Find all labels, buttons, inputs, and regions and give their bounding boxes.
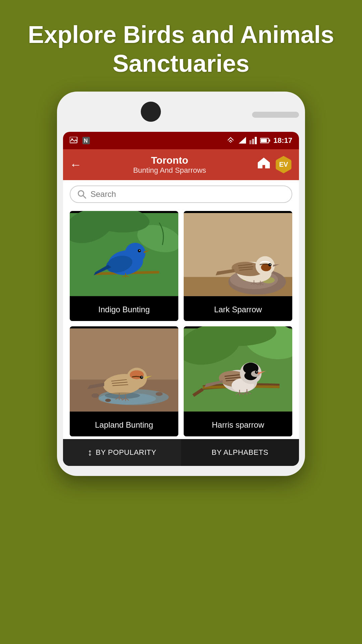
status-right-icons: 18:17 — [226, 136, 292, 145]
page-title: Explore Birds and Animals Sanctuaries — [13, 20, 349, 78]
bird-image-harris-sparrow — [184, 326, 292, 414]
bird-name-indigo-bunting: Indigo Bunting — [70, 298, 178, 321]
search-bar — [63, 180, 299, 208]
bottom-tabs: ↕ BY POPULARITY BY ALPHABETS — [63, 439, 299, 466]
phone-screen: N — [63, 132, 299, 466]
app-bar-icons: EV — [257, 156, 292, 173]
category-name: Bunting And Sparrows — [82, 166, 257, 175]
svg-rect-7 — [255, 137, 257, 144]
tab-popularity[interactable]: ↕ BY POPULARITY — [63, 439, 181, 466]
home-icon — [257, 157, 270, 169]
svg-point-36 — [270, 264, 271, 265]
bird-name-harris-sparrow: Harris sparrow — [184, 414, 292, 436]
svg-point-41 — [92, 393, 99, 397]
signal2-icon — [249, 137, 257, 144]
svg-point-62 — [256, 371, 257, 372]
battery-icon — [260, 138, 270, 144]
bird-card-lapland-bunting[interactable]: Lapland Bunting — [70, 326, 178, 436]
bird-card-indigo-bunting[interactable]: Indigo Bunting — [70, 211, 178, 321]
svg-rect-5 — [249, 140, 251, 144]
bird-card-harris-sparrow[interactable]: Harris sparrow — [184, 326, 292, 436]
alphabets-label: BY ALPHABETS — [212, 448, 268, 457]
bird-name-lark-sparrow: Lark Sparrow — [184, 298, 292, 321]
notification-icon: N — [82, 137, 90, 144]
svg-marker-4 — [239, 137, 246, 144]
bird-card-lark-sparrow[interactable]: Lark Sparrow — [184, 211, 292, 321]
bird-grid: Indigo Bunting — [63, 208, 299, 439]
svg-point-42 — [105, 399, 111, 402]
status-left-icons: N — [70, 137, 90, 144]
sort-icon: ↕ — [88, 447, 93, 458]
phone-camera — [141, 102, 161, 122]
svg-point-48 — [141, 376, 142, 377]
svg-rect-10 — [261, 139, 267, 142]
back-button[interactable]: ← — [70, 158, 82, 172]
search-icon — [77, 190, 86, 199]
home-button[interactable] — [257, 157, 270, 172]
tab-alphabets[interactable]: BY ALPHABETS — [181, 439, 299, 466]
bird-image-lapland-bunting — [70, 326, 178, 414]
svg-rect-9 — [269, 140, 270, 142]
bird-image-lark-sparrow — [184, 211, 292, 298]
app-bar: ← Toronto Bunting And Sparrows EV — [63, 149, 299, 180]
svg-rect-6 — [252, 139, 254, 144]
signal-icon — [239, 137, 246, 144]
ev-badge[interactable]: EV — [275, 156, 292, 173]
svg-line-12 — [83, 195, 86, 198]
bird-name-lapland-bunting: Lapland Bunting — [70, 414, 178, 436]
status-bar: N — [63, 132, 299, 149]
svg-point-23 — [139, 250, 140, 251]
ev-label: EV — [279, 161, 288, 168]
app-bar-title: Toronto Bunting And Sparrows — [82, 155, 257, 175]
svg-text:N: N — [84, 138, 88, 144]
status-time: 18:17 — [274, 136, 292, 145]
gallery-icon — [70, 137, 78, 144]
svg-point-43 — [156, 392, 163, 396]
search-input[interactable] — [90, 190, 285, 199]
page-header: Explore Birds and Animals Sanctuaries — [0, 0, 362, 92]
popularity-label: BY POPULARITY — [96, 448, 157, 457]
wifi-icon — [226, 137, 235, 144]
svg-point-49 — [105, 392, 140, 398]
bird-image-indigo-bunting — [70, 211, 178, 298]
phone-frame: N — [57, 92, 305, 476]
search-input-wrap[interactable] — [70, 185, 292, 203]
city-name: Toronto — [82, 155, 257, 166]
phone-speaker — [252, 112, 299, 118]
